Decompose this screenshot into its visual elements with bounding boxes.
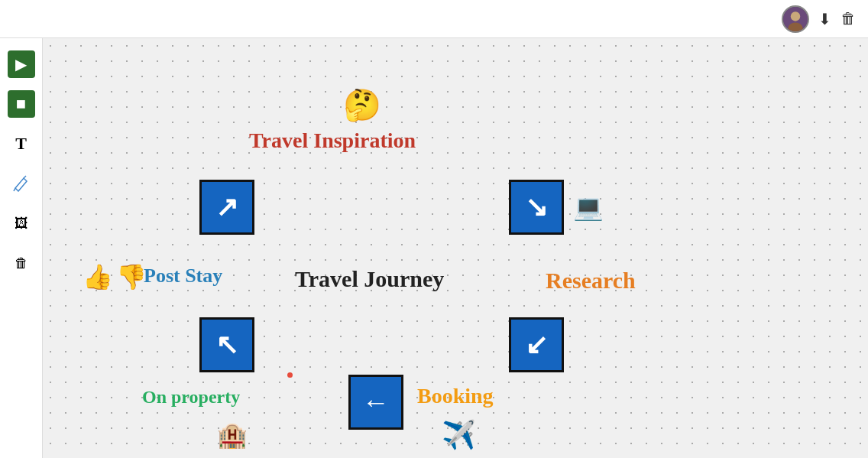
post-stay-thumbs-down: 👎: [116, 265, 147, 289]
red-dot: [287, 372, 293, 378]
travel-inspiration-emoji: 🤔: [343, 90, 381, 121]
text-tool[interactable]: T: [8, 130, 35, 158]
post-stay-label: Post Stay: [144, 265, 222, 287]
research-laptop-icon: 💻: [573, 193, 604, 222]
booking-airplane-icon: ✈️: [442, 419, 476, 451]
center-travel-journey-label: Travel Journey: [295, 266, 444, 292]
svg-line-3: [14, 188, 15, 191]
on-property-arrow-box[interactable]: ↖: [199, 317, 254, 372]
svg-line-4: [24, 176, 26, 178]
travel-inspiration-arrow-box[interactable]: ↗: [199, 180, 254, 235]
travel-inspiration-label: Travel Inspiration: [249, 128, 416, 153]
booking-arrow-box-right[interactable]: ↙: [509, 317, 564, 372]
user-avatar[interactable]: [782, 5, 809, 33]
on-property-icon: 🏨: [217, 421, 248, 450]
post-stay-thumbs-up: 👍: [83, 265, 113, 289]
booking-arrow-box[interactable]: ←: [348, 375, 403, 430]
research-label: Research: [546, 268, 636, 294]
download-button[interactable]: ⬇: [818, 10, 831, 28]
select-tool[interactable]: ▶: [8, 50, 35, 78]
delete-tool[interactable]: 🗑: [8, 249, 35, 277]
research-arrow-box[interactable]: ↘: [509, 180, 564, 235]
booking-label: Booking: [417, 384, 494, 408]
on-property-label: On property: [142, 387, 240, 408]
image-tool[interactable]: 🖼: [8, 210, 35, 237]
svg-point-1: [791, 11, 800, 21]
pen-tool[interactable]: [8, 170, 35, 197]
rectangle-tool[interactable]: ■: [8, 90, 35, 118]
trash-button[interactable]: 🗑: [840, 10, 856, 28]
toolbar: ▶ ■ T 🖼 🗑: [0, 38, 43, 458]
canvas[interactable]: 🤔 Travel Inspiration ↗ ↘ 💻 👍 👎 Post Stay…: [43, 38, 868, 458]
topbar: ⬇ 🗑: [0, 0, 868, 38]
